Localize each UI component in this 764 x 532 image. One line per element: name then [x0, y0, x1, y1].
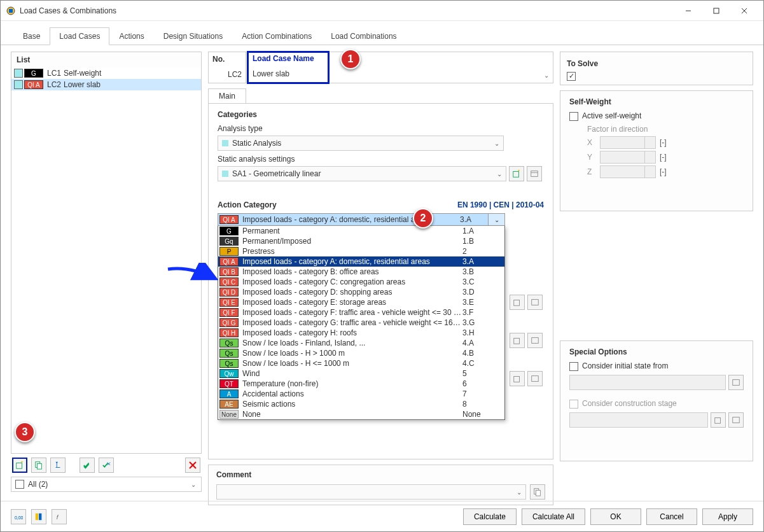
initial-state-checkbox[interactable] [569, 362, 578, 371]
construction-stage-edit-button[interactable] [728, 412, 744, 428]
aux-button-2b[interactable] [527, 333, 543, 348]
tab-load-cases[interactable]: Load Cases [50, 27, 109, 45]
factor-y-input[interactable] [600, 151, 656, 164]
initial-state-select[interactable] [569, 375, 726, 390]
description-dropdown[interactable] [330, 66, 553, 83]
options-button[interactable] [31, 509, 46, 524]
comment-library-button[interactable] [530, 484, 545, 500]
option-text: Imposed loads - category B: office areas [242, 267, 462, 276]
analysis-type-select[interactable]: Static Analysis ⌄ [218, 136, 504, 151]
tab-base[interactable]: Base [13, 27, 50, 45]
construction-stage-checkbox [569, 400, 578, 409]
svg-rect-1 [9, 9, 13, 13]
option-code: 6 [462, 379, 501, 388]
cancel-button[interactable]: Cancel [646, 508, 697, 525]
svg-rect-29 [733, 417, 740, 423]
action-category-option[interactable]: NoneNoneNone [218, 409, 504, 419]
action-category-option[interactable]: QI DImposed loads - category D: shopping… [218, 287, 504, 297]
action-category-option[interactable]: QI HImposed loads - category H: roofs3.H [218, 328, 504, 338]
aux-button-3a[interactable] [510, 371, 525, 386]
option-code: 3.E [462, 298, 501, 307]
svg-rect-23 [514, 377, 520, 382]
calculate-all-button[interactable]: Calculate All [522, 508, 585, 525]
new-settings-button[interactable] [509, 166, 524, 181]
minimize-button[interactable] [674, 1, 702, 20]
deselect-all-button[interactable] [99, 458, 114, 473]
action-category-option[interactable]: QI FImposed loads - category F: traffic … [218, 307, 504, 318]
factor-z-input[interactable] [600, 165, 656, 178]
units-button[interactable]: 0,00 [11, 509, 26, 524]
action-category-option[interactable]: AAccidental actions7 [218, 389, 504, 399]
action-category-option[interactable]: QI GImposed loads - category G: traffic … [218, 318, 504, 328]
factor-y: Y[-] [587, 151, 744, 164]
lc-name: Lower slab [64, 80, 101, 89]
action-category-option[interactable]: QsSnow / Ice loads - H > 1000 m4.B [218, 348, 504, 358]
action-category-option[interactable]: QTTemperature (non-fire)6 [218, 379, 504, 389]
option-badge: Qw [219, 369, 239, 378]
action-category-option[interactable]: QI BImposed loads - category B: office a… [218, 267, 504, 277]
active-self-weight-checkbox[interactable] [569, 112, 578, 121]
close-button[interactable] [730, 1, 758, 20]
list-filter[interactable]: All (2) ⌄ [11, 477, 202, 492]
select-all-button[interactable] [80, 458, 95, 473]
sub-tab-main[interactable]: Main [208, 88, 246, 103]
comment-input[interactable]: ⌄ [216, 484, 526, 500]
construction-stage-label: Consider construction stage [582, 399, 677, 408]
action-category-option[interactable]: QI CImposed loads - category C: congrega… [218, 277, 504, 287]
apply-button[interactable]: Apply [702, 508, 753, 525]
option-code: 3.H [462, 328, 501, 337]
action-category-option[interactable]: QI AImposed loads - category A: domestic… [218, 256, 504, 267]
load-case-name-input[interactable]: Lower slab [249, 66, 328, 82]
annotation-circle-2: 2 [413, 208, 433, 228]
action-category-dropdown[interactable]: GPermanent1.AGqPermanent/Imposed1.BPPres… [218, 226, 505, 420]
calculate-button[interactable]: Calculate [463, 508, 517, 525]
load-case-name-label: Load Case Name [249, 53, 328, 66]
no-label: No. [209, 52, 246, 66]
edit-settings-button[interactable] [527, 166, 542, 181]
construction-stage-new-button[interactable] [711, 412, 726, 428]
aux-button-3b[interactable] [527, 371, 543, 386]
list-row-lc2[interactable]: QI A LC2 Lower slab [11, 79, 201, 90]
maximize-button[interactable] [702, 1, 730, 20]
aux-button-1b[interactable] [527, 295, 543, 310]
filter-text: All (2) [28, 480, 186, 489]
move-left-button[interactable] [50, 458, 66, 473]
svg-rect-15 [513, 172, 519, 178]
copy-button[interactable] [31, 458, 46, 473]
action-category-select[interactable]: QI A Imposed loads - category A: domesti… [218, 213, 505, 226]
svg-rect-19 [514, 300, 520, 306]
tab-load-combinations[interactable]: Load Combinations [321, 27, 406, 45]
function-button[interactable]: f [52, 509, 67, 524]
action-category-option[interactable]: QsSnow / Ice loads - H <= 1000 m4.C [218, 358, 504, 368]
comment-title: Comment [216, 470, 545, 479]
tab-actions[interactable]: Actions [109, 27, 153, 45]
action-category-option[interactable]: QI EImposed loads - category E: storage … [218, 297, 504, 307]
action-category-option[interactable]: PPrestress2 [218, 246, 504, 256]
active-self-weight-label: Active self-weight [582, 111, 641, 120]
aux-button-1a[interactable] [510, 295, 525, 310]
option-badge: QI B [219, 267, 239, 276]
svg-rect-6 [17, 463, 22, 469]
delete-button[interactable] [185, 458, 200, 473]
action-category-option[interactable]: AESeismic actions8 [218, 399, 504, 409]
action-category-option[interactable]: GqPermanent/Imposed1.B [218, 236, 504, 246]
option-badge: QI F [219, 308, 239, 317]
aux-button-2a[interactable] [510, 333, 525, 348]
tab-action-combinations[interactable]: Action Combinations [232, 27, 321, 45]
list-row-lc1[interactable]: G LC1 Self-weight [11, 67, 201, 79]
static-settings-select[interactable]: SA1 - Geometrically linear ⌄ [218, 166, 506, 181]
action-category-option[interactable]: QsSnow / Ice loads - Finland, Island, ..… [218, 338, 504, 348]
svg-rect-24 [532, 376, 539, 382]
initial-state-edit-button[interactable] [728, 375, 744, 390]
to-solve-checkbox[interactable] [567, 72, 576, 81]
svg-rect-21 [514, 339, 520, 344]
construction-stage-select [569, 412, 708, 428]
action-category-option[interactable]: QwWind5 [218, 368, 504, 379]
tab-design-situations[interactable]: Design Situations [154, 27, 232, 45]
ok-button[interactable]: OK [590, 508, 641, 525]
action-category-option[interactable]: GPermanent1.A [218, 226, 504, 236]
svg-rect-28 [715, 417, 721, 423]
new-load-case-button[interactable] [12, 458, 27, 473]
factor-x-input[interactable] [600, 136, 656, 149]
svg-rect-20 [532, 300, 539, 305]
